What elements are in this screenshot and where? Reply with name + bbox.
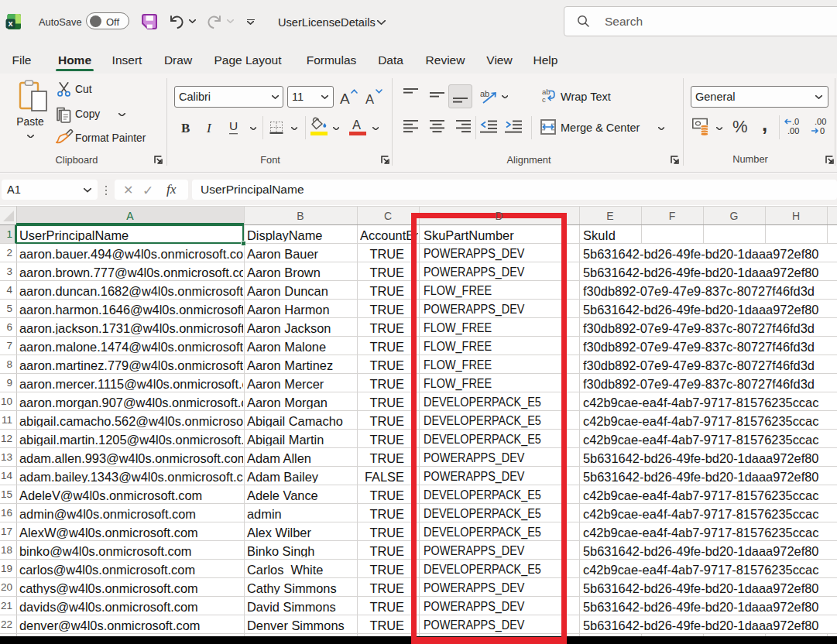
svg-text:ab: ab <box>480 89 489 98</box>
svg-text:.0: .0 <box>792 118 799 126</box>
svg-text:x: x <box>9 19 14 28</box>
svg-text:c: c <box>542 95 546 104</box>
svg-text:0: 0 <box>820 126 825 135</box>
svg-text:.00: .00 <box>787 126 799 135</box>
svg-text:.00: .00 <box>815 118 826 126</box>
